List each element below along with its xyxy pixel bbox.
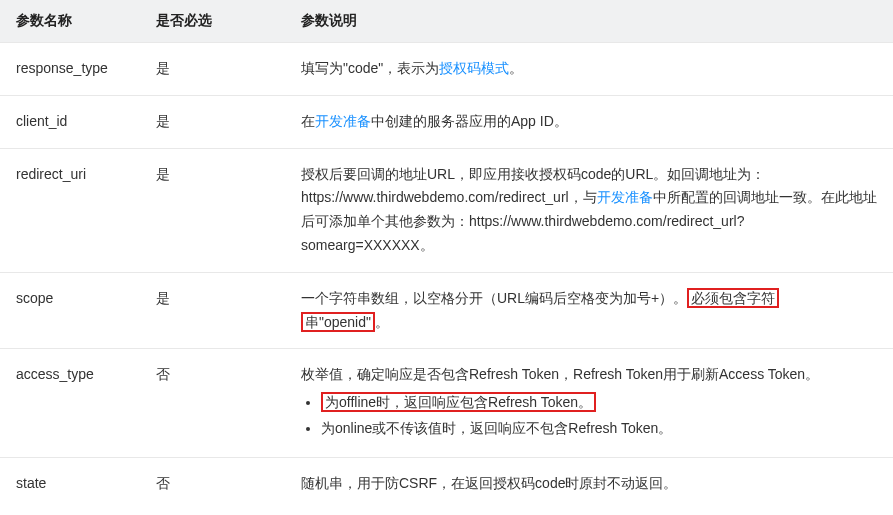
table-row: scope 是 一个字符串数组，以空格分开（URL编码后空格变为加号+）。必须包…	[0, 272, 893, 349]
params-table: 参数名称 是否必选 参数说明 response_type 是 填写为"code"…	[0, 0, 893, 510]
param-desc: 一个字符串数组，以空格分开（URL编码后空格变为加号+）。必须包含字符串"ope…	[285, 272, 893, 349]
param-desc: 填写为"code"，表示为授权码模式。	[285, 43, 893, 96]
param-name: scope	[0, 272, 140, 349]
param-desc: 随机串，用于防CSRF，在返回授权码code时原封不动返回。	[285, 457, 893, 509]
param-desc: 枚举值，确定响应是否包含Refresh Token，Refresh Token用…	[285, 349, 893, 457]
desc-text: 中创建的服务器应用的App ID。	[371, 113, 568, 129]
param-required: 是	[140, 148, 285, 272]
param-name: response_type	[0, 43, 140, 96]
param-required: 是	[140, 272, 285, 349]
desc-text: 填写为"code"，表示为	[301, 60, 439, 76]
param-required: 否	[140, 457, 285, 509]
param-required: 是	[140, 43, 285, 96]
desc-text: 在	[301, 113, 315, 129]
list-item: 为online或不传该值时，返回响应不包含Refresh Token。	[321, 417, 877, 441]
highlight-box: 为offline时，返回响应包含Refresh Token。	[321, 392, 596, 412]
col-header-required: 是否必选	[140, 0, 285, 43]
param-name: redirect_uri	[0, 148, 140, 272]
list-item: 为offline时，返回响应包含Refresh Token。	[321, 391, 877, 415]
desc-text: 。	[375, 314, 389, 330]
col-header-desc: 参数说明	[285, 0, 893, 43]
desc-text: 为online或不传该值时，返回响应不包含Refresh Token。	[321, 420, 672, 436]
desc-text: 一个字符串数组，以空格分开（URL编码后空格变为加号+）。	[301, 290, 687, 306]
desc-list: 为offline时，返回响应包含Refresh Token。 为online或不…	[301, 391, 877, 441]
param-name: access_type	[0, 349, 140, 457]
desc-text: 枚举值，确定响应是否包含Refresh Token，Refresh Token用…	[301, 366, 819, 382]
dev-prep-link[interactable]: 开发准备	[315, 113, 371, 129]
table-row: client_id 是 在开发准备中创建的服务器应用的App ID。	[0, 95, 893, 148]
table-row: state 否 随机串，用于防CSRF，在返回授权码code时原封不动返回。	[0, 457, 893, 509]
table-row: access_type 否 枚举值，确定响应是否包含Refresh Token，…	[0, 349, 893, 457]
table-header-row: 参数名称 是否必选 参数说明	[0, 0, 893, 43]
highlight-box: 必须包含字符	[687, 288, 779, 308]
dev-prep-link[interactable]: 开发准备	[597, 189, 653, 205]
param-required: 是	[140, 95, 285, 148]
param-name: client_id	[0, 95, 140, 148]
highlight-box: 串"openid"	[301, 312, 375, 332]
param-desc: 授权后要回调的地址URL，即应用接收授权码code的URL。如回调地址为：htt…	[285, 148, 893, 272]
param-required: 否	[140, 349, 285, 457]
param-desc: 在开发准备中创建的服务器应用的App ID。	[285, 95, 893, 148]
desc-text: 。	[509, 60, 523, 76]
table-row: redirect_uri 是 授权后要回调的地址URL，即应用接收授权码code…	[0, 148, 893, 272]
param-name: state	[0, 457, 140, 509]
auth-code-mode-link[interactable]: 授权码模式	[439, 60, 509, 76]
col-header-name: 参数名称	[0, 0, 140, 43]
table-row: response_type 是 填写为"code"，表示为授权码模式。	[0, 43, 893, 96]
